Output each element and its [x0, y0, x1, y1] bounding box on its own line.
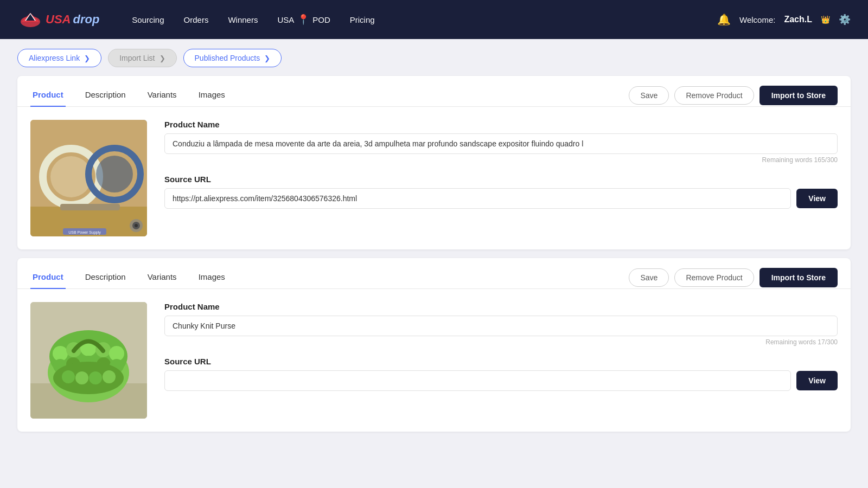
svg-text:USB Power Supply: USB Power Supply	[68, 230, 101, 235]
svg-rect-10	[60, 204, 120, 210]
username: Zach.L	[784, 15, 812, 24]
product-name-label-1: Product Name	[164, 120, 838, 129]
remove-product-button-2[interactable]: Remove Product	[674, 268, 754, 287]
tab-published-products[interactable]: Published Products ❯	[183, 49, 282, 67]
tabs-bar: Aliexpress Link ❯ Import List ❯ Publishe…	[0, 39, 868, 67]
product-name-section-2: Product Name Remaining words 17/300	[164, 302, 838, 346]
chevron-right-icon: ❯	[84, 54, 90, 62]
source-url-section-2: Source URL View	[164, 357, 838, 391]
logo-icon	[17, 11, 43, 28]
product-card-1: Product Description Variants Images Save…	[17, 76, 851, 249]
welcome-label: Welcome:	[739, 15, 775, 24]
remaining-words-2: Remaining words 17/300	[164, 338, 838, 346]
chevron-right-icon: ❯	[159, 54, 165, 62]
bell-icon[interactable]: 🔔	[717, 13, 731, 26]
nav-pricing[interactable]: Pricing	[350, 15, 375, 24]
tab-published-label: Published Products	[195, 54, 260, 62]
logo-drop: drop	[73, 12, 99, 27]
remove-product-button-1[interactable]: Remove Product	[674, 86, 754, 105]
svg-point-31	[62, 370, 75, 383]
product-name-section-1: Product Name Remaining words 165/300	[164, 120, 838, 164]
source-url-input-1[interactable]	[164, 188, 791, 209]
tab-product-1[interactable]: Product	[30, 85, 66, 107]
nav-pod: POD	[312, 15, 330, 24]
source-url-label-2: Source URL	[164, 357, 838, 366]
product-form-2: Product Name Remaining words 17/300 Sour…	[164, 302, 838, 391]
product-image-1: USB Power Supply	[30, 120, 147, 236]
card-actions-1: Save Remove Product Import to Store	[629, 86, 838, 105]
card-body-2: Product Name Remaining words 17/300 Sour…	[17, 289, 851, 432]
card-body-1: USB Power Supply Product Name Remaining …	[17, 107, 851, 249]
view-button-2[interactable]: View	[796, 371, 838, 390]
tab-images-1[interactable]: Images	[196, 85, 227, 107]
remaining-words-1: Remaining words 165/300	[164, 156, 838, 164]
svg-point-33	[89, 371, 102, 384]
source-url-section-1: Source URL View	[164, 175, 838, 209]
gear-icon[interactable]: ⚙️	[839, 14, 851, 25]
card-header-1: Product Description Variants Images Save…	[17, 76, 851, 107]
source-url-label-1: Source URL	[164, 175, 838, 184]
svg-point-34	[103, 370, 116, 383]
lamp-image-svg: USB Power Supply	[30, 120, 147, 236]
navbar-right: 🔔 Welcome: Zach.L 👑 ⚙️	[717, 13, 851, 26]
chevron-right-icon: ❯	[264, 54, 270, 62]
logo-usa: USA	[46, 12, 71, 27]
logo[interactable]: USA drop	[17, 11, 99, 28]
import-to-store-button-1[interactable]: Import to Store	[760, 86, 838, 105]
view-button-1[interactable]: View	[796, 189, 838, 208]
card-header-2: Product Description Variants Images Save…	[17, 258, 851, 289]
main-content: Product Description Variants Images Save…	[0, 67, 868, 449]
product-name-input-2[interactable]	[164, 316, 838, 336]
svg-point-32	[75, 371, 88, 384]
svg-point-15	[135, 224, 138, 227]
tab-description-1[interactable]: Description	[83, 85, 128, 107]
tab-product-2[interactable]: Product	[30, 267, 66, 289]
product-image-2	[30, 302, 147, 419]
product-name-label-2: Product Name	[164, 302, 838, 311]
nav-links: Sourcing Orders Winners USA 📍 POD Pricin…	[132, 14, 695, 25]
nav-usa-pod[interactable]: USA 📍 POD	[277, 14, 330, 25]
card-actions-2: Save Remove Product Import to Store	[629, 268, 838, 287]
source-url-input-2[interactable]	[164, 370, 791, 391]
nav-usa: USA	[277, 15, 294, 24]
product-form-1: Product Name Remaining words 165/300 Sou…	[164, 120, 838, 209]
source-url-row-2: View	[164, 370, 838, 391]
tab-variants-2[interactable]: Variants	[145, 267, 179, 289]
product-name-input-1[interactable]	[164, 133, 838, 154]
tab-description-2[interactable]: Description	[83, 267, 128, 289]
nav-winners[interactable]: Winners	[228, 15, 258, 24]
import-to-store-button-2[interactable]: Import to Store	[760, 268, 838, 287]
save-button-2[interactable]: Save	[629, 268, 669, 287]
tab-import-list-label: Import List	[119, 54, 155, 62]
svg-point-9	[96, 156, 133, 192]
save-button-1[interactable]: Save	[629, 86, 669, 105]
tab-aliexpress-label: Aliexpress Link	[29, 54, 80, 62]
tab-variants-1[interactable]: Variants	[145, 85, 179, 107]
tab-import-list[interactable]: Import List ❯	[108, 49, 176, 67]
tab-images-2[interactable]: Images	[196, 267, 227, 289]
svg-point-20	[53, 346, 68, 361]
product-card-2: Product Description Variants Images Save…	[17, 258, 851, 432]
nav-orders[interactable]: Orders	[184, 15, 209, 24]
source-url-row-1: View	[164, 188, 838, 209]
navbar: USA drop Sourcing Orders Winners USA 📍 P…	[0, 0, 868, 39]
nav-sourcing[interactable]: Sourcing	[132, 15, 164, 24]
crown-icon: 👑	[821, 15, 830, 24]
tab-aliexpress[interactable]: Aliexpress Link ❯	[17, 49, 101, 67]
location-pin-icon: 📍	[297, 14, 309, 25]
purse-image-svg	[30, 302, 147, 419]
svg-point-24	[109, 346, 124, 361]
